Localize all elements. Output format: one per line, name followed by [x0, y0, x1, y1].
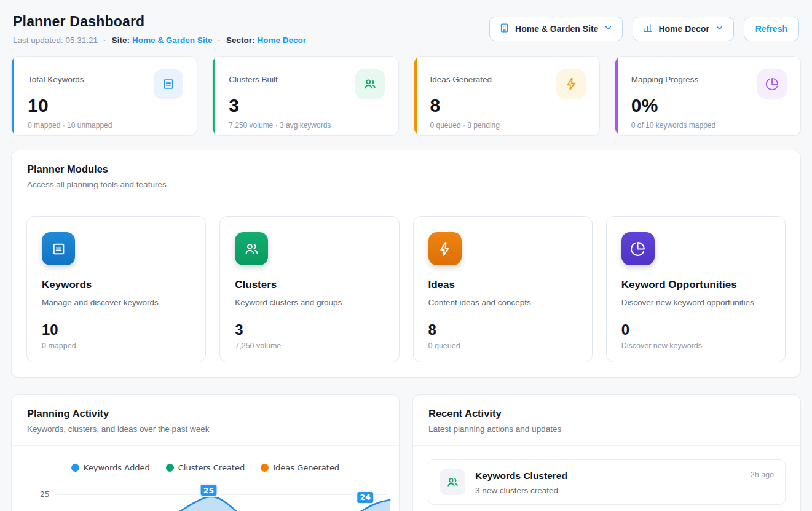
- stat-card-mapping-progress[interactable]: Mapping Progress 0% 0 of 10 keywords map…: [615, 56, 801, 136]
- sector-selector-value: Home Decor: [658, 24, 709, 34]
- site-selector-value: Home & Garden Site: [515, 24, 598, 34]
- stat-subtext: 7,250 volume · 3 avg keywords: [229, 121, 384, 130]
- stat-label: Clusters Built: [229, 75, 278, 84]
- sector-selector-dropdown[interactable]: Home Decor: [633, 17, 733, 41]
- area-chart-svg: 25 25 24: [19, 478, 392, 511]
- chart-legend: Keywords Added Clusters Created Ideas Ge…: [19, 463, 392, 472]
- svg-text:24: 24: [360, 493, 371, 502]
- modules-panel-header: Planner Modules Access all planning tool…: [12, 150, 800, 201]
- recent-activity-subtitle: Latest planning actions and updates: [428, 424, 785, 434]
- users-icon: [440, 469, 465, 495]
- module-card-keywords[interactable]: Keywords Manage and discover keywords 10…: [26, 216, 206, 362]
- document-icon: [154, 69, 183, 99]
- header-meta: Last updated: 05:31:21 · Site:Home & Gar…: [13, 36, 306, 45]
- page-title: Planner Dashboard: [13, 14, 306, 30]
- planning-activity-title: Planning Activity: [27, 408, 384, 419]
- module-subtext: 0 mapped: [42, 341, 191, 350]
- stat-label: Total Keywords: [28, 75, 84, 84]
- stat-card-total-keywords[interactable]: Total Keywords 10 0 mapped · 10 unmapped: [11, 56, 197, 136]
- module-subtext: 0 queued: [428, 341, 577, 350]
- module-subtext: 7,250 volume: [235, 341, 384, 350]
- header-actions: Home & Garden Site Home Decor Refresh: [489, 17, 799, 41]
- activity-item-description: 3 new clusters created: [475, 486, 774, 495]
- recent-activity-title: Recent Activity: [428, 408, 785, 419]
- legend-item-ideas-generated: Ideas Generated: [261, 463, 339, 472]
- chevron-down-icon: [715, 23, 724, 34]
- stat-subtext: 0 queued · 8 pending: [430, 121, 586, 130]
- legend-label: Keywords Added: [84, 463, 150, 472]
- pie-icon: [621, 232, 655, 265]
- stat-label: Mapping Progress: [631, 75, 699, 84]
- legend-dot-green: [166, 464, 174, 472]
- module-title: Keywords: [42, 279, 191, 291]
- module-description: Manage and discover keywords: [42, 298, 191, 307]
- modules-grid: Keywords Manage and discover keywords 10…: [12, 201, 800, 377]
- legend-dot-blue: [71, 464, 79, 472]
- recent-activity-panel: Recent Activity Latest planning actions …: [412, 394, 801, 511]
- bolt-icon: [428, 232, 462, 265]
- legend-item-keywords-added: Keywords Added: [71, 463, 150, 472]
- meta-separator: ·: [218, 36, 221, 45]
- chevron-down-icon: [604, 23, 613, 34]
- module-title: Ideas: [428, 279, 577, 291]
- document-icon: [42, 232, 75, 265]
- activity-chart: Keywords Added Clusters Created Ideas Ge…: [12, 446, 399, 511]
- module-title: Clusters: [235, 279, 384, 291]
- modules-subtitle: Access all planning tools and features: [27, 180, 785, 189]
- last-updated-text: Last updated: 05:31:21: [13, 36, 98, 45]
- stat-subtext: 0 mapped · 10 unmapped: [28, 121, 183, 130]
- stat-subtext: 0 of 10 keywords mapped: [631, 121, 787, 130]
- bar-chart-icon: [642, 23, 653, 35]
- legend-label: Ideas Generated: [273, 463, 339, 472]
- module-card-clusters[interactable]: Clusters Keyword clusters and groups 3 7…: [219, 216, 399, 362]
- planner-dashboard-page: Planner Dashboard Last updated: 05:31:21…: [0, 0, 812, 511]
- users-icon: [235, 232, 268, 265]
- planner-modules-panel: Planner Modules Access all planning tool…: [11, 150, 801, 378]
- module-subtext: Discover new keywords: [621, 341, 770, 350]
- module-value: 0: [621, 321, 770, 338]
- module-value: 3: [235, 321, 384, 338]
- module-description: Content ideas and concepts: [428, 298, 577, 307]
- legend-dot-orange: [261, 464, 269, 472]
- recent-activity-header: Recent Activity Latest planning actions …: [413, 395, 800, 446]
- module-value: 8: [428, 321, 577, 338]
- module-title: Keyword Opportunities: [621, 279, 770, 291]
- stat-label: Ideas Generated: [430, 75, 492, 84]
- planning-activity-panel: Planning Activity Keywords, clusters, an…: [11, 394, 400, 511]
- users-icon: [355, 69, 385, 99]
- page-header: Planner Dashboard Last updated: 05:31:21…: [11, 14, 801, 45]
- data-label-24: 24: [357, 491, 374, 504]
- activity-item-title: Keywords Clustered: [475, 470, 567, 482]
- modules-title: Planner Modules: [27, 163, 785, 175]
- site-selector-dropdown[interactable]: Home & Garden Site: [489, 17, 623, 41]
- module-card-keyword-opportunities[interactable]: Keyword Opportunities Discover new keywo…: [606, 216, 786, 362]
- meta-separator: ·: [103, 36, 106, 45]
- module-description: Discover new keyword opportunities: [621, 298, 770, 307]
- stat-card-clusters-built[interactable]: Clusters Built 3 7,250 volume · 3 avg ke…: [212, 56, 398, 136]
- site-link[interactable]: Home & Garden Site: [132, 36, 213, 45]
- svg-text:25: 25: [203, 486, 214, 495]
- header-left: Planner Dashboard Last updated: 05:31:21…: [13, 14, 306, 45]
- module-value: 10: [42, 321, 191, 338]
- refresh-button[interactable]: Refresh: [744, 17, 799, 41]
- legend-label: Clusters Created: [178, 463, 245, 472]
- activity-feed: Keywords Clustered 2h ago 3 new clusters…: [413, 446, 800, 511]
- activity-item-content: Keywords Clustered 2h ago 3 new clusters…: [475, 469, 774, 495]
- pie-icon: [757, 69, 787, 99]
- stat-card-ideas-generated[interactable]: Ideas Generated 8 0 queued · 8 pending: [414, 56, 600, 136]
- bolt-icon: [556, 69, 586, 99]
- sector-label: Sector:Home Decor: [226, 36, 306, 45]
- planning-activity-subtitle: Keywords, clusters, and ideas over the p…: [27, 424, 384, 434]
- activity-item-timestamp: 2h ago: [751, 470, 774, 479]
- module-description: Keyword clusters and groups: [235, 298, 384, 307]
- data-label-25: 25: [200, 484, 218, 496]
- module-card-ideas[interactable]: Ideas Content ideas and concepts 8 0 que…: [413, 216, 593, 362]
- sector-link[interactable]: Home Decor: [257, 36, 306, 45]
- activity-item-keywords-clustered[interactable]: Keywords Clustered 2h ago 3 new clusters…: [428, 459, 786, 505]
- building-icon: [499, 23, 510, 35]
- legend-item-clusters-created: Clusters Created: [166, 463, 245, 472]
- site-label: Site:Home & Garden Site: [112, 36, 213, 45]
- planning-activity-header: Planning Activity Keywords, clusters, an…: [12, 395, 399, 446]
- bottom-row: Planning Activity Keywords, clusters, an…: [11, 394, 801, 511]
- stats-row: Total Keywords 10 0 mapped · 10 unmapped…: [11, 56, 801, 136]
